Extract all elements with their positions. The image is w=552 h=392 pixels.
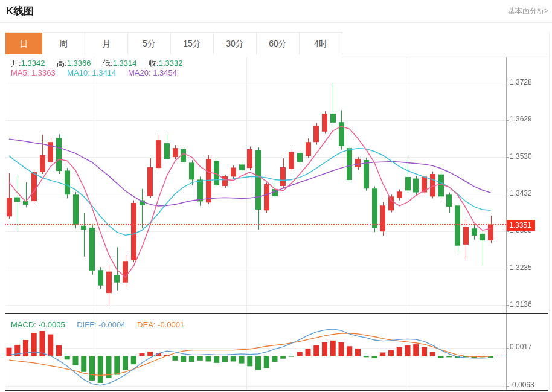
price-axis-label: 1.3728 [510,78,532,86]
period-tabgroup: 日 周 月 5分 15分 30分 60分 4时 [5,32,342,54]
macd-axis-label: 0.0017 [510,342,532,351]
tab-60min[interactable]: 60分 [257,33,300,54]
diff-value: -0.0004 [98,320,125,329]
price-axis-label: 1.3235 [510,263,532,272]
macd-label: MACD: [11,320,36,329]
price-axis-label: 1.3432 [510,189,532,198]
dea-value: -0.0001 [158,320,184,329]
tab-month[interactable]: 月 [85,33,128,54]
price-axis-label: 1.3530 [510,152,532,161]
ma5-label: MA5: [11,68,29,77]
header-divider [0,22,552,23]
ma5-value: 1.3363 [31,68,56,77]
macd-value: -0.0005 [39,320,65,329]
macd-readout: MACD: -0.0005 DIFF: -0.0004 DEA: -0.0001 [11,320,184,329]
close-value: 1.3332 [159,59,183,68]
close-label: 收: [149,59,159,68]
high-label: 高: [57,59,67,68]
ma20-label: MA20: [128,68,151,77]
ohlc-readout: 开:1.3342 高:1.3366 低:1.3314 收:1.3332 [11,58,182,69]
tab-5min[interactable]: 5分 [128,33,171,54]
open-label: 开: [11,59,21,68]
ma20-value: 1.3454 [153,68,177,77]
high-value: 1.3366 [67,59,91,68]
ma10-label: MA10: [67,68,90,77]
macd-axis-label: -0.0063 [510,381,534,389]
tab-week[interactable]: 周 [42,33,85,54]
dea-label: DEA: [137,320,155,329]
tab-15min[interactable]: 15分 [171,33,214,54]
low-label: 低: [103,59,113,68]
period-tabbar: 日 周 月 5分 15分 30分 60分 4时 [5,32,547,54]
price-axis-label: 1.3136 [510,300,532,309]
ma10-value: 1.3414 [92,68,117,77]
low-value: 1.3314 [113,59,137,68]
tab-day[interactable]: 日 [5,33,42,54]
tab-30min[interactable]: 30分 [214,33,257,54]
open-value: 1.3342 [21,59,45,68]
ma-readout: MA5: 1.3363 MA10: 1.3414 MA20: 1.3454 [11,68,177,77]
current-price-badge: 1.3351 [507,220,535,231]
diff-label: DIFF: [77,320,97,329]
price-axis-label: 1.3629 [510,115,532,123]
tab-4hour[interactable]: 4时 [300,33,342,54]
fundamental-analysis-link[interactable]: 基本面分析> [508,6,548,16]
page-title: K线图 [6,4,34,18]
